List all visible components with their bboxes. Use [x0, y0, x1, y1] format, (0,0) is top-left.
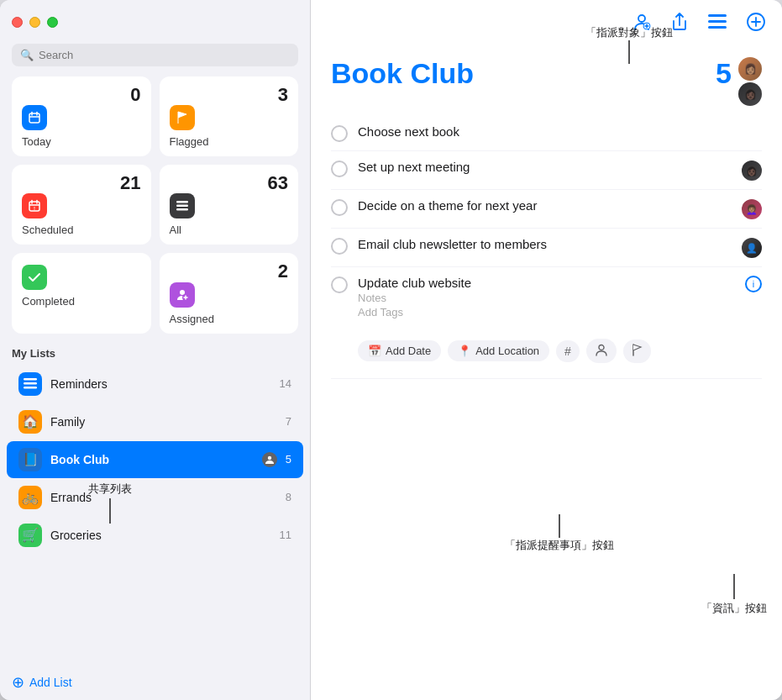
assignee-avatar-4: 👤 — [742, 238, 762, 258]
svg-rect-17 — [24, 382, 37, 385]
assign-reminder-button[interactable] — [586, 339, 617, 363]
reminder-tags[interactable]: Add Tags — [358, 306, 735, 318]
svg-rect-0 — [29, 113, 39, 123]
add-list-icon: ⊕ — [12, 673, 24, 692]
smart-list-today[interactable]: 0 Today — [12, 76, 151, 156]
sidebar-item-errands[interactable]: 🚲 Errands 8 — [7, 479, 303, 516]
flagged-icon — [170, 105, 195, 130]
add-location-button[interactable]: 📍 Add Location — [448, 340, 549, 361]
svg-rect-26 — [708, 20, 727, 23]
add-reminder-button[interactable] — [743, 9, 769, 34]
reminder-text-5: Update club website Notes Add Tags — [358, 276, 735, 318]
svg-rect-16 — [24, 378, 37, 381]
list-title-row: Book Club 5 👩🏽 👩🏿 — [331, 44, 762, 116]
reminders-icon — [18, 372, 42, 396]
scheduled-icon: ! — [22, 193, 47, 218]
assignee-avatar-3: 👩🏽‍🦱 — [742, 199, 762, 219]
sidebar-item-book-club[interactable]: 📘 Book Club 5 — [7, 441, 303, 478]
close-button[interactable] — [12, 17, 23, 28]
svg-rect-11 — [176, 208, 188, 211]
sidebar-item-family[interactable]: 🏠 Family 7 — [7, 403, 303, 440]
main-toolbar — [311, 0, 782, 44]
add-date-button[interactable]: 📅 Add Date — [358, 340, 441, 361]
reminder-text-4: Email club newsletter to members — [358, 237, 732, 251]
main-panel: Book Club 5 👩🏽 👩🏿 Choose next book — [311, 0, 782, 700]
all-icon — [170, 193, 195, 218]
info-button[interactable]: i — [745, 276, 762, 292]
reminder-checkbox-3[interactable] — [331, 199, 348, 216]
reminder-item: Set up next meeting 👩🏿 — [331, 151, 762, 190]
today-icon — [22, 105, 47, 130]
search-input[interactable] — [39, 49, 290, 61]
errands-icon: 🚲 — [18, 486, 42, 509]
reminder-checkbox-4[interactable] — [331, 238, 348, 255]
sidebar-lists: Reminders 14 🏠 Family 7 📘 Book Club — [0, 365, 310, 665]
search-icon: 🔍 — [20, 49, 34, 61]
location-icon: 📍 — [458, 345, 471, 357]
reminder-item: Email club newsletter to members 👤 — [331, 229, 762, 267]
svg-rect-18 — [24, 387, 37, 389]
svg-rect-10 — [176, 205, 188, 208]
member-avatars: 👩🏽 👩🏿 — [738, 57, 762, 106]
reminder-item: Decide on a theme for next year 👩🏽‍🦱 — [331, 190, 762, 229]
svg-point-19 — [268, 455, 271, 459]
list-view-button[interactable] — [705, 11, 730, 33]
assigned-icon — [170, 282, 195, 308]
book-club-icon: 📘 — [18, 448, 42, 471]
app-window: 🔍 0 Today — [0, 0, 782, 700]
smart-list-all[interactable]: 63 All — [160, 165, 299, 245]
sidebar-item-groceries[interactable]: 🛒 Groceries 11 — [7, 517, 303, 554]
action-toolbar: 📅 Add Date 📍 Add Location # — [358, 332, 762, 370]
reminder-item: Choose next book — [331, 116, 762, 151]
svg-point-12 — [180, 290, 185, 295]
reminder-notes[interactable]: Notes — [358, 292, 735, 304]
titlebar — [0, 0, 310, 44]
groceries-icon: 🛒 — [18, 524, 42, 547]
avatar-1: 👩🏽 — [738, 57, 762, 81]
reminder-item-expanded: Update club website Notes Add Tags i 📅 A… — [331, 267, 762, 379]
reminder-text-3: Decide on a theme for next year — [358, 198, 732, 213]
main-content: Book Club 5 👩🏽 👩🏿 Choose next book — [311, 44, 782, 700]
svg-text:!: ! — [34, 206, 35, 211]
reminder-text-2: Set up next meeting — [358, 160, 732, 174]
shared-badge — [262, 452, 277, 467]
smart-lists-grid: 0 Today 3 — [0, 76, 310, 344]
add-tag-button[interactable]: # — [556, 340, 580, 362]
avatar-2: 👩🏿 — [738, 82, 762, 106]
reminder-checkbox-2[interactable] — [331, 161, 348, 177]
reminder-checkbox-1[interactable] — [331, 125, 348, 142]
share-button[interactable] — [668, 9, 691, 34]
svg-point-31 — [599, 345, 604, 350]
flag-button[interactable] — [623, 339, 651, 363]
smart-list-completed[interactable]: Completed — [12, 253, 151, 333]
family-icon: 🏠 — [18, 410, 42, 434]
add-list-button[interactable]: ⊕ Add List — [0, 665, 310, 700]
search-bar: 🔍 — [12, 44, 298, 66]
assign-user-button[interactable] — [629, 9, 654, 34]
smart-list-scheduled[interactable]: 21 ! Scheduled — [12, 165, 151, 245]
reminders-list: Choose next book Set up next meeting 👩🏿 … — [331, 116, 762, 379]
sidebar-item-reminders[interactable]: Reminders 14 — [7, 366, 303, 403]
calendar-icon: 📅 — [368, 345, 381, 357]
reminder-checkbox-5[interactable] — [331, 276, 348, 293]
my-lists-header: My Lists — [0, 344, 310, 365]
assignee-avatar-2: 👩🏿 — [742, 161, 762, 181]
sidebar: 🔍 0 Today — [0, 0, 311, 700]
maximize-button[interactable] — [47, 17, 58, 28]
svg-point-21 — [638, 15, 645, 22]
svg-rect-27 — [708, 26, 727, 29]
minimize-button[interactable] — [29, 17, 40, 28]
smart-list-assigned[interactable]: 2 Assigned — [160, 253, 299, 333]
svg-rect-9 — [176, 201, 188, 203]
svg-rect-25 — [708, 14, 727, 17]
completed-icon — [22, 265, 47, 290]
member-count-section: 5 👩🏽 👩🏿 — [716, 57, 762, 106]
reminder-text-1: Choose next book — [358, 124, 762, 139]
smart-list-flagged[interactable]: 3 Flagged — [160, 76, 299, 156]
